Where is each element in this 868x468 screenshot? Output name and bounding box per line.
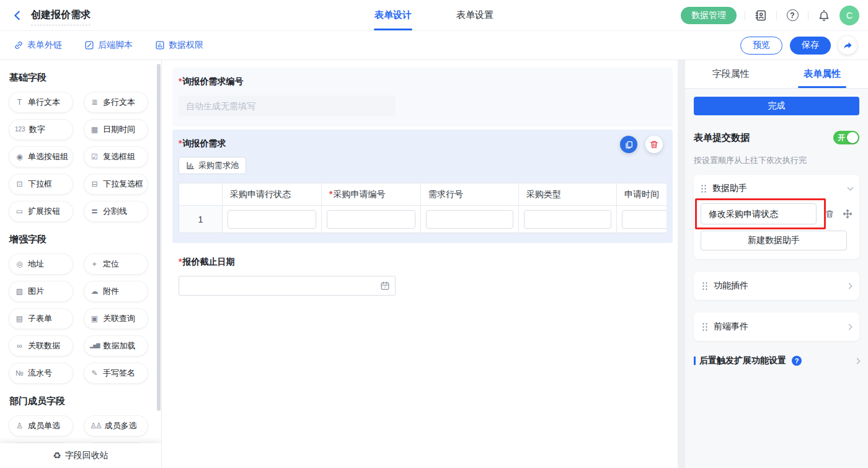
radio-group-icon: ◉	[15, 153, 24, 161]
field-button-single-line-text[interactable]: T单行文本	[9, 92, 73, 113]
field-button-subform[interactable]: ▤子表单	[9, 308, 73, 329]
submit-data-toggle[interactable]: 开	[833, 131, 859, 144]
calendar-icon: 7	[380, 281, 390, 293]
quote-code-input[interactable]	[179, 95, 396, 117]
required-mark: *	[329, 189, 332, 199]
trash-icon	[825, 209, 835, 219]
chevron-down-icon[interactable]	[848, 185, 854, 191]
column-header[interactable]: 采购申请行状态	[223, 183, 322, 206]
cell-input-purchase-type[interactable]	[524, 210, 611, 229]
field-button-address[interactable]: ◎地址	[9, 254, 73, 275]
field-button-linked-data[interactable]: ∞关联数据	[9, 335, 73, 356]
external-link-item[interactable]: 表单外链	[14, 40, 62, 51]
data-permission-label: 数据权限	[169, 40, 203, 51]
tab-field-properties[interactable]: 字段属性	[685, 60, 777, 88]
field-recycle-bin[interactable]: ♻ 字段回收站	[0, 443, 161, 468]
divider-icon: 〓	[90, 208, 99, 215]
sidebar-scrollbar[interactable]	[157, 64, 161, 411]
drag-handle-icon[interactable]	[702, 322, 708, 332]
row-number-header	[179, 183, 223, 206]
notification-bell-icon[interactable]	[817, 8, 831, 23]
field-button-radio-group[interactable]: ◉单选按钮组	[9, 146, 73, 167]
field-button-datetime[interactable]: ▦日期时间	[84, 119, 148, 140]
function-plugin-card[interactable]: 功能插件	[694, 272, 859, 300]
field-button-dropdown[interactable]: ⊡下拉框	[9, 174, 73, 195]
preview-button[interactable]: 预览	[740, 37, 782, 55]
tab-form-settings[interactable]: 表单设置	[456, 0, 494, 30]
cell-input-status[interactable]	[228, 210, 316, 229]
field-button-number[interactable]: 123数字	[9, 119, 73, 140]
field-button-attachment[interactable]: ☁附件	[84, 281, 148, 302]
page-title[interactable]: 创建报价需求	[31, 9, 91, 25]
signature-icon: ✎	[90, 369, 99, 377]
divider	[776, 11, 777, 20]
field-button-member-multi[interactable]: ♙♙成员多选	[84, 415, 148, 436]
data-permission-item[interactable]: 数据权限	[155, 40, 203, 51]
number-icon: 123	[15, 126, 25, 133]
required-mark: *	[179, 76, 182, 86]
post-trigger-settings[interactable]: 后置触发扩展功能设置 ?	[694, 355, 859, 366]
user-avatar[interactable]: C	[839, 6, 859, 25]
drag-handle-icon[interactable]	[701, 184, 707, 193]
field-block-quote-deadline[interactable]: *报价截止日期 7	[172, 248, 673, 306]
cell-input-apply-time[interactable]	[622, 210, 666, 229]
column-header[interactable]: *采购申请编号	[322, 183, 421, 206]
member-single-icon: ♙	[15, 422, 24, 430]
cell-input-purchase-no[interactable]	[327, 210, 415, 229]
member-multi-icon: ♙♙	[90, 422, 101, 430]
attachment-icon: ☁	[90, 288, 99, 295]
recycle-icon: ♻	[53, 450, 61, 461]
field-button-location[interactable]: ⌖定位	[84, 254, 148, 275]
data-helper-item[interactable]: 修改采购申请状态	[701, 203, 817, 224]
section-title-member-fields: 部门成员字段	[0, 384, 161, 415]
toggle-on-label: 开	[838, 133, 845, 143]
backend-script-item[interactable]: 后端脚本	[84, 40, 133, 51]
contact-book-icon[interactable]	[753, 8, 768, 23]
column-header[interactable]: 采购类型	[519, 183, 617, 206]
deadline-date-input[interactable]	[179, 276, 396, 296]
field-button-multi-line-text[interactable]: ≣多行文本	[84, 92, 148, 113]
field-button-data-load[interactable]: ▂▅▇数据加载	[84, 335, 148, 356]
save-button[interactable]: 保存	[790, 37, 831, 55]
field-button-extend-button[interactable]: ▭扩展按钮	[9, 201, 73, 222]
address-icon: ◎	[15, 260, 24, 268]
purchase-demand-pool-button[interactable]: 采购需求池	[179, 157, 246, 174]
new-data-helper-button[interactable]: 新建数据助手	[701, 231, 847, 250]
delete-field-button[interactable]	[645, 136, 663, 153]
field-block-quote-code[interactable]: *询报价需求编号	[172, 68, 673, 126]
move-icon	[843, 209, 852, 219]
subform-data-row: 1	[179, 206, 667, 233]
frontend-event-title: 前端事件	[714, 321, 841, 332]
field-block-quote-demand-subform[interactable]: *询报价需求 采购需求池 采购申请行状态 *采购申请编号 需求行号 采购类型 申…	[172, 130, 673, 243]
dropdown-icon: ⊡	[15, 180, 24, 188]
cell-input-demand-line[interactable]	[426, 210, 513, 229]
move-helper-button[interactable]	[843, 209, 852, 219]
tab-form-design[interactable]: 表单设计	[374, 0, 412, 30]
field-button-image[interactable]: ▧图片	[9, 281, 73, 302]
chevron-right-icon	[846, 283, 852, 289]
help-icon[interactable]: ?	[785, 8, 800, 23]
field-button-multi-dropdown[interactable]: ⊟下拉复选框	[84, 174, 148, 195]
tab-form-properties[interactable]: 表单属性	[777, 60, 868, 88]
data-manage-button[interactable]: 数据管理	[681, 7, 737, 24]
field-label: *询报价需求	[179, 138, 666, 149]
field-button-member-single[interactable]: ♙成员单选	[9, 415, 73, 436]
column-header[interactable]: 申请时间	[617, 183, 667, 206]
field-button-signature[interactable]: ✎手写签名	[84, 363, 148, 384]
share-button[interactable]	[838, 36, 857, 55]
field-button-linked-query[interactable]: ▣关联查询	[84, 308, 148, 329]
field-button-serial-number[interactable]: №流水号	[9, 363, 73, 384]
frontend-event-card[interactable]: 前端事件	[694, 312, 859, 341]
back-icon[interactable]	[10, 8, 25, 23]
permission-icon	[155, 40, 165, 50]
done-button[interactable]: 完成	[694, 97, 859, 115]
drag-handle-icon[interactable]	[702, 281, 708, 291]
field-button-divider[interactable]: 〓分割线	[84, 201, 148, 222]
help-badge-icon[interactable]: ?	[792, 356, 802, 366]
column-header[interactable]: 需求行号	[421, 183, 519, 206]
field-button-checkbox-group[interactable]: ☑复选框组	[84, 146, 148, 167]
copy-field-button[interactable]	[620, 136, 637, 153]
post-trigger-label: 后置触发扩展功能设置	[699, 355, 786, 366]
multi-dropdown-icon: ⊟	[90, 180, 99, 188]
delete-helper-button[interactable]	[825, 209, 835, 219]
